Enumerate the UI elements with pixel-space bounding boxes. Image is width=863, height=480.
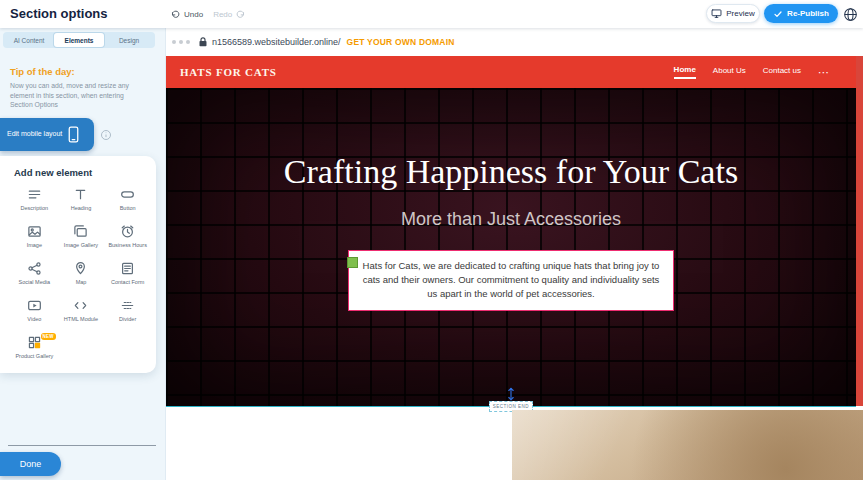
browser-dot bbox=[179, 40, 183, 44]
hero-subheading[interactable]: More than Just Accessories bbox=[166, 209, 856, 230]
image-gallery-icon bbox=[73, 224, 88, 239]
nav-about-us[interactable]: About Us bbox=[713, 66, 746, 78]
element-heading[interactable]: Heading bbox=[59, 187, 104, 215]
redo-label: Redo bbox=[213, 10, 232, 19]
undo-label: Undo bbox=[184, 10, 203, 19]
hero-body-text: Hats for Cats, we are dedicated to craft… bbox=[363, 260, 660, 300]
element-video[interactable]: Video bbox=[12, 298, 57, 326]
sidebar-divider bbox=[8, 445, 156, 446]
next-section-photo bbox=[512, 410, 863, 480]
tab-elements[interactable]: Elements bbox=[54, 33, 104, 47]
social-media-icon bbox=[27, 261, 42, 276]
contact-form-icon bbox=[120, 261, 135, 276]
browser-bar: n1566589.websitebuilder.online/ GET YOUR… bbox=[166, 28, 863, 56]
browser-dot bbox=[186, 40, 190, 44]
hero-heading[interactable]: Crafting Happiness for Your Cats bbox=[276, 88, 746, 195]
divider-icon bbox=[120, 298, 135, 313]
browser-dot bbox=[172, 40, 176, 44]
nav-contact-us[interactable]: Contact us bbox=[763, 66, 801, 78]
hero-section[interactable]: Crafting Happiness for Your Cats More th… bbox=[166, 88, 856, 406]
business-hours-icon bbox=[120, 224, 135, 239]
site-logo[interactable]: HATS FOR CATS bbox=[180, 66, 277, 78]
map-icon bbox=[73, 261, 88, 276]
preview-button[interactable]: Preview bbox=[706, 4, 760, 23]
element-business-hours[interactable]: Business Hours bbox=[105, 224, 150, 252]
resize-arrows-icon[interactable] bbox=[505, 387, 517, 401]
redo-icon bbox=[235, 9, 246, 20]
preview-label: Preview bbox=[726, 9, 754, 18]
site-url: n1566589.websitebuilder.online/ bbox=[212, 37, 341, 47]
element-description[interactable]: Description bbox=[12, 187, 57, 215]
nav-home[interactable]: Home bbox=[674, 65, 696, 79]
new-badge: NEW bbox=[41, 333, 56, 340]
element-grid: Description Heading Button Image bbox=[12, 187, 150, 363]
republish-button[interactable]: Re-Publish bbox=[764, 4, 838, 23]
phone-icon bbox=[68, 126, 79, 143]
language-globe-icon[interactable] bbox=[843, 7, 858, 22]
product-gallery-icon bbox=[27, 335, 42, 350]
add-element-title: Add new element bbox=[14, 167, 150, 178]
section-options-sidebar: AI Content Elements Design Tip of the da… bbox=[0, 28, 166, 480]
monitor-icon bbox=[711, 8, 722, 19]
site-nav: Home About Us Contact us ⋯ bbox=[674, 65, 830, 79]
redo-button[interactable]: Redo bbox=[213, 9, 246, 20]
button-icon bbox=[120, 187, 135, 202]
site-preview: n1566589.websitebuilder.online/ GET YOUR… bbox=[166, 28, 863, 480]
tip-of-day-title: Tip of the day: bbox=[10, 66, 75, 77]
nav-more-icon[interactable]: ⋯ bbox=[818, 70, 830, 74]
description-icon bbox=[27, 187, 42, 202]
hero-textbox[interactable]: Hats for Cats, we are dedicated to craft… bbox=[348, 250, 674, 311]
element-image-gallery[interactable]: Image Gallery bbox=[59, 224, 104, 252]
site-header: HATS FOR CATS Home About Us Contact us ⋯ bbox=[166, 56, 856, 88]
history-controls: Undo Redo bbox=[170, 0, 246, 28]
add-new-element-panel: Add new element Description Heading Butt… bbox=[0, 156, 156, 373]
undo-icon bbox=[170, 9, 181, 20]
tab-ai-content[interactable]: AI Content bbox=[4, 33, 54, 47]
top-toolbar: Section options Undo Redo Preview Re-Pub… bbox=[0, 0, 863, 28]
tip-of-day-body: Now you can add, move and resize any ele… bbox=[10, 81, 146, 110]
get-domain-link[interactable]: GET YOUR OWN DOMAIN bbox=[347, 37, 455, 47]
element-social-media[interactable]: Social Media bbox=[12, 261, 57, 289]
edit-mobile-label: Edit mobile layout bbox=[7, 130, 62, 138]
element-map[interactable]: Map bbox=[59, 261, 104, 289]
info-icon[interactable] bbox=[100, 129, 112, 141]
selection-handle[interactable] bbox=[347, 257, 358, 268]
check-icon bbox=[773, 9, 783, 19]
browser-dots bbox=[172, 40, 190, 44]
html-module-icon bbox=[73, 298, 88, 313]
element-contact-form[interactable]: Contact Form bbox=[105, 261, 150, 289]
sidebar-tabs: AI Content Elements Design bbox=[3, 32, 155, 48]
edit-mobile-layout-button[interactable]: Edit mobile layout bbox=[0, 118, 94, 151]
element-button[interactable]: Button bbox=[105, 187, 150, 215]
image-icon bbox=[27, 224, 42, 239]
element-html-module[interactable]: HTML Module bbox=[59, 298, 104, 326]
republish-label: Re-Publish bbox=[787, 9, 829, 18]
element-product-gallery[interactable]: NEW Product Gallery bbox=[12, 335, 57, 363]
lock-icon bbox=[198, 36, 208, 48]
tab-design[interactable]: Design bbox=[104, 33, 154, 47]
element-divider[interactable]: Divider bbox=[105, 298, 150, 326]
video-icon bbox=[27, 298, 42, 313]
undo-button[interactable]: Undo bbox=[170, 9, 203, 20]
done-button[interactable]: Done bbox=[0, 452, 61, 476]
preview-scrollbar[interactable] bbox=[856, 56, 863, 406]
heading-icon bbox=[73, 187, 88, 202]
element-image[interactable]: Image bbox=[12, 224, 57, 252]
page-title: Section options bbox=[10, 6, 108, 21]
